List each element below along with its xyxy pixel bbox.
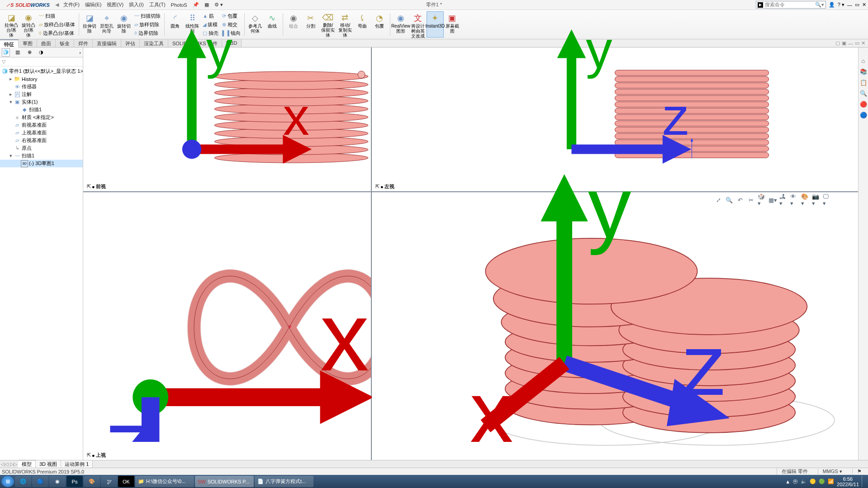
- menu-view[interactable]: 视图(V): [104, 1, 126, 8]
- app-logo: ⟋S SOLIDWORKS: [5, 1, 50, 8]
- tab-features[interactable]: 特征: [0, 39, 19, 47]
- viewport-front[interactable]: yx ⇱●前视: [83, 47, 371, 191]
- tray-icon-3[interactable]: 🟢: [819, 479, 825, 484]
- main-menu: 文件(F) 编辑(E) 视图(V) 插入(I) 工具(T) PhotoS 📌 ▦…: [61, 1, 226, 8]
- status-product: SOLIDWORKS Premium 2019 SP5.0: [2, 469, 84, 474]
- tab-3dview[interactable]: 3D 视图: [36, 460, 61, 468]
- close-icon[interactable]: ✕: [862, 2, 866, 8]
- search-placeholder: 搜索命令: [765, 1, 785, 8]
- menu-pin-icon[interactable]: 📌: [190, 2, 202, 8]
- fm-tab-config-icon[interactable]: ⊕: [25, 48, 33, 57]
- cmd-loft-cut[interactable]: ▱ 放样切除: [133, 20, 162, 28]
- viewport-iso[interactable]: ⤢ 🔍 ↶ ✂ 🎲▾ ▦▾ 🏞▾ 👁▾ 🎨▾ 📷▾ 🖵▾: [372, 192, 858, 460]
- pin-icon: ⇱: [87, 452, 91, 458]
- taskbar-app-5[interactable]: 🎨: [84, 476, 100, 487]
- menu-edit[interactable]: 编辑(E): [82, 1, 104, 8]
- taskbar-app-7[interactable]: OK: [118, 476, 134, 487]
- windows-taskbar: ⊞ 🌐 🔵 ◉ Ps 🎨 🕊 OK 📁 H:\微信公众号\0... SW SOL…: [0, 475, 868, 488]
- tree-annotations[interactable]: ▸🄰注解: [0, 90, 83, 98]
- tray-network-icon[interactable]: 📶: [828, 479, 834, 484]
- tab-weldment[interactable]: 焊件: [74, 39, 93, 47]
- cmd-boundary[interactable]: ◊ 边界凸台/基体: [37, 29, 77, 37]
- svg-point-18: [182, 140, 201, 159]
- tab-motion[interactable]: 运动算例 1: [61, 460, 93, 468]
- search-command-box[interactable]: ▶ 搜索命令 🔍▾: [756, 1, 826, 9]
- tab-sketch[interactable]: 草图: [19, 39, 37, 47]
- show-desktop[interactable]: [862, 476, 865, 487]
- tree-root[interactable]: 🧊零件1 (默认<<默认>_显示状态 1>): [0, 67, 83, 75]
- tray-icon-1[interactable]: 🔈: [801, 479, 807, 484]
- fm-tab-property-icon[interactable]: ▥: [14, 48, 22, 57]
- viewport-left[interactable]: yz ⇱●左视: [372, 47, 858, 191]
- clock-date: 2022/6/11: [837, 482, 859, 487]
- menu-tools[interactable]: 工具(T): [147, 1, 168, 8]
- tree-body-item[interactable]: ◆扫描1: [0, 106, 83, 114]
- tab-sheetmetal[interactable]: 钣金: [56, 39, 74, 47]
- menu-insert[interactable]: 插入(I): [126, 1, 146, 8]
- fm-filter-row[interactable]: ▽: [0, 57, 83, 66]
- taskbar-app-6[interactable]: 🕊: [101, 476, 117, 487]
- taskbar-folder[interactable]: 📁 H:\微信公众号\0...: [135, 476, 194, 487]
- viewport-top-label: ⇱●上视: [87, 452, 106, 459]
- cmd-sweep[interactable]: 〰 扫描: [37, 12, 77, 20]
- svg-text:x: x: [283, 87, 309, 146]
- cmd-intersect[interactable]: ⊗ 相交: [220, 20, 242, 28]
- start-button[interactable]: ⊞: [1, 476, 14, 487]
- taskbar-notepad[interactable]: 📄 八字弹簧方程式t...: [255, 476, 313, 487]
- cmd-wrap[interactable]: ⟳ 包覆: [220, 12, 242, 20]
- menu-file[interactable]: 文件(F): [61, 1, 82, 8]
- fm-expand-icon[interactable]: ›: [79, 50, 81, 55]
- tree-3dsketch[interactable]: 3D(-) 3D草图1: [0, 160, 83, 167]
- taskbar-app-ps[interactable]: Ps: [66, 476, 83, 487]
- taskbar-solidworks[interactable]: SW SOLIDWORKS P...: [195, 476, 254, 487]
- menu-photo[interactable]: PhotoS: [168, 2, 190, 8]
- tray-lang-icon[interactable]: ㊥: [793, 478, 798, 485]
- tree-material[interactable]: ≡材质 <未指定>: [0, 114, 83, 121]
- feature-tree: 🧊零件1 (默认<<默认>_显示状态 1>) ▸📁History 👁传感器 ▸🄰…: [0, 66, 83, 460]
- svg-text:y: y: [588, 174, 631, 256]
- menu-gear-icon[interactable]: ⚙ ▾: [212, 2, 226, 8]
- minimize-icon[interactable]: —: [847, 2, 852, 8]
- help-icon[interactable]: ? ▾: [838, 2, 844, 8]
- cmd-extrude-boss[interactable]: ◪拉伸凸台/基体: [3, 11, 20, 38]
- restore-icon[interactable]: ▭: [855, 2, 859, 8]
- tray-icon-2[interactable]: 🟡: [810, 479, 816, 484]
- viewport-top[interactable]: ✳ xz ⇱●上视: [83, 192, 371, 460]
- svg-text:y: y: [206, 29, 233, 79]
- tree-origin[interactable]: ↳原点: [0, 144, 83, 152]
- taskbar-app-1[interactable]: 🌐: [15, 476, 31, 487]
- tray-up-icon[interactable]: ▲: [785, 479, 790, 484]
- status-units[interactable]: MMGS ▾: [818, 469, 847, 474]
- clock-time: 6:56: [837, 476, 859, 482]
- tree-history[interactable]: ▸📁History: [0, 75, 83, 83]
- status-notify-icon[interactable]: ⚑: [852, 469, 866, 474]
- tree-plane-right[interactable]: ▱右视基准面: [0, 137, 83, 144]
- tree-sensors[interactable]: 👁传感器: [0, 83, 83, 90]
- menu-grid-icon[interactable]: ▦: [202, 2, 212, 8]
- fm-tab-tree-icon[interactable]: 🧊: [2, 48, 10, 57]
- nav-back-icon[interactable]: ◀: [53, 2, 61, 8]
- graphics-area[interactable]: yx ⇱●前视 y: [83, 47, 858, 460]
- tabs-scroll-left-icon[interactable]: ◁◁: [0, 461, 9, 467]
- cmd-draft[interactable]: ◢ 拔模: [201, 20, 220, 28]
- tab-model[interactable]: 模型: [18, 460, 36, 468]
- fm-tab-dim-icon[interactable]: ◑: [37, 48, 45, 57]
- system-tray: ▲ ㊥ 🔈 🟡 🟢 📶 6:56 2022/6/11: [785, 476, 867, 487]
- pin-icon: ⇱: [87, 184, 91, 190]
- tree-plane-top[interactable]: ▱上视基准面: [0, 129, 83, 137]
- taskbar-app-3[interactable]: ◉: [49, 476, 66, 487]
- tree-bodies-folder[interactable]: ▾▣实体(1): [0, 98, 83, 106]
- tab-surface[interactable]: 曲面: [37, 39, 56, 47]
- tabs-scroll-right-icon[interactable]: ▷▷: [9, 461, 18, 467]
- tree-plane-front[interactable]: ▱前视基准面: [0, 121, 83, 129]
- system-clock[interactable]: 6:56 2022/6/11: [837, 476, 859, 487]
- tree-sweep-feature[interactable]: ▾〰扫描1: [0, 152, 83, 160]
- svg-marker-69: [541, 174, 588, 221]
- document-title: 零件1 *: [426, 1, 442, 8]
- cmd-sweep-cut[interactable]: 〰 扫描切除: [133, 12, 162, 20]
- user-icon[interactable]: 👤: [829, 2, 835, 8]
- cmd-rib[interactable]: ▲ 筋: [201, 12, 220, 20]
- cmd-loft[interactable]: ▱ 放样凸台/基体: [37, 20, 77, 28]
- taskbar-app-2[interactable]: 🔵: [32, 476, 48, 487]
- cmd-revolve-boss[interactable]: ◉旋转凸台/基体: [20, 11, 37, 38]
